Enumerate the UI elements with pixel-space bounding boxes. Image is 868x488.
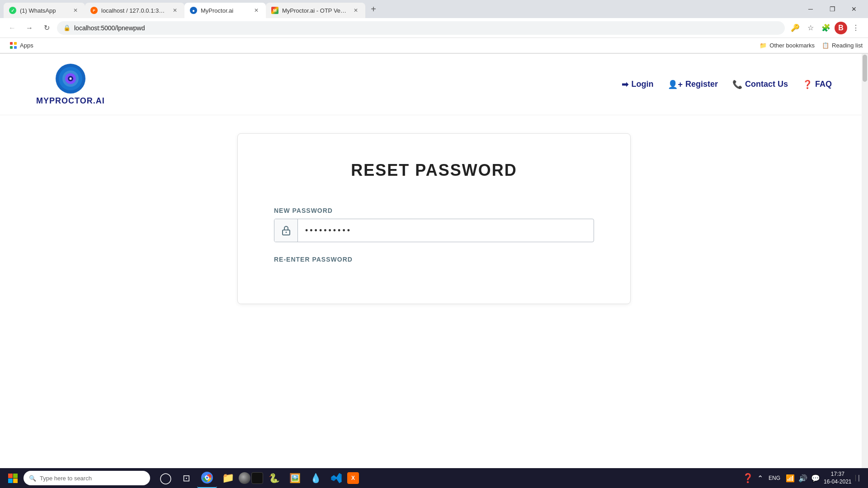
bookmarks-right: 📁 Other bookmarks 📋 Reading list [760, 42, 863, 49]
profile-avatar[interactable]: B [835, 22, 847, 34]
reading-list-label: Reading list [832, 42, 863, 49]
main-content: RESET PASSWORD NEW PASSWORD RE-ENTER PAS… [0, 115, 868, 322]
svg-point-15 [206, 477, 208, 479]
tab-myproctor-close[interactable]: ✕ [252, 6, 260, 14]
taskbar: 🔍 Type here to search ◯ ⊡ 📁 🐍 [0, 468, 868, 488]
extensions-icon[interactable]: 🧩 [819, 21, 833, 35]
nav-bar: ← → ↻ 🔒 localhost:5000/lpnewpwd 🔑 ☆ 🧩 B … [0, 18, 868, 38]
apps-bookmark[interactable]: Apps [5, 40, 38, 51]
clock-time: 17:37 [824, 470, 851, 478]
taskbar-cortana[interactable]: ◯ [156, 468, 175, 488]
contact-us-link[interactable]: 📞 Contact Us [732, 80, 788, 89]
taskbar-apps: ◯ ⊡ 📁 🐍 🖼️ 💧 [152, 468, 737, 488]
taskbar-ball[interactable] [239, 472, 250, 484]
site-header: MYPROCTOR.AI ➡ Login 👤+ Register 📞 Conta… [0, 54, 868, 115]
address-text: localhost:5000/lpnewpwd [74, 24, 778, 32]
show-desktop-button[interactable]: │ [855, 475, 861, 481]
menu-icon[interactable]: ⋮ [849, 21, 863, 35]
taskbar-xampp[interactable]: X [347, 472, 359, 484]
taskbar-fileexplorer[interactable]: 📁 [218, 468, 238, 488]
login-label: Login [631, 80, 653, 89]
myproctor-favicon: ● [190, 7, 197, 14]
tab-whatsapp-title: (1) WhatsApp [20, 7, 68, 14]
pma-favicon: P [90, 7, 98, 14]
tab-gmail[interactable]: M MyProctor.ai - OTP Verificati... ✕ [266, 3, 365, 18]
clock-date: 16-04-2021 [824, 478, 851, 486]
tab-pma[interactable]: P localhost / 127.0.0.1:3308 / c ✕ [85, 3, 184, 18]
taskbar-search[interactable]: 🔍 Type here to search [24, 471, 150, 485]
browser-chrome: ✓ (1) WhatsApp ✕ P localhost / 127.0.0.1… [0, 0, 868, 54]
minimize-button[interactable]: ─ [800, 2, 821, 16]
logo-icon [55, 63, 86, 94]
back-button[interactable]: ← [5, 21, 19, 35]
new-tab-button[interactable]: + [367, 3, 380, 15]
svg-point-5 [69, 78, 71, 80]
other-bookmarks[interactable]: 📁 Other bookmarks [760, 42, 815, 49]
window-controls: ─ ❐ ✕ [800, 2, 864, 16]
tray-notification-icon[interactable]: 💬 [811, 474, 820, 483]
svg-rect-11 [13, 479, 18, 483]
tab-whatsapp[interactable]: ✓ (1) WhatsApp ✕ [4, 3, 85, 18]
key-icon[interactable]: 🔑 [788, 21, 802, 35]
taskbar-terminal[interactable] [251, 472, 263, 484]
logo-text: MYPROCTOR.AI [36, 96, 105, 106]
faq-link[interactable]: ❓ FAQ [802, 80, 832, 89]
search-icon: 🔍 [29, 475, 36, 482]
taskbar-tray: ❓ ⌃ ENG 📶 🔊 💬 17:37 16-04-2021 │ [739, 470, 864, 486]
svg-rect-10 [8, 479, 13, 483]
tab-myproctor[interactable]: ● MyProctor.ai ✕ [184, 3, 266, 18]
reset-card: RESET PASSWORD NEW PASSWORD RE-ENTER PAS… [237, 133, 631, 304]
tab-whatsapp-close[interactable]: ✕ [71, 6, 80, 14]
tray-volume-icon[interactable]: 🔊 [798, 474, 807, 483]
new-password-input[interactable] [298, 219, 594, 242]
taskbar-python[interactable]: 🐍 [264, 468, 284, 488]
whatsapp-favicon: ✓ [9, 7, 16, 14]
register-label: Register [685, 80, 718, 89]
taskbar-chrome[interactable] [197, 468, 217, 488]
tray-help-icon[interactable]: ❓ [742, 473, 754, 483]
taskbar-blue1[interactable]: 💧 [306, 468, 326, 488]
tab-myproctor-title: MyProctor.ai [201, 7, 249, 14]
login-icon: ➡ [622, 80, 628, 89]
taskbar-imageviewer[interactable]: 🖼️ [285, 468, 305, 488]
tab-gmail-close[interactable]: ✕ [352, 6, 360, 14]
tab-pma-title: localhost / 127.0.0.1:3308 / c [101, 7, 167, 14]
tab-gmail-title: MyProctor.ai - OTP Verificati... [282, 7, 348, 14]
scrollbar[interactable] [862, 54, 868, 470]
address-bar[interactable]: 🔒 localhost:5000/lpnewpwd [57, 21, 785, 35]
reading-list[interactable]: 📋 Reading list [822, 42, 863, 49]
maximize-button[interactable]: ❐ [822, 2, 843, 16]
taskbar-vscode[interactable] [326, 468, 346, 488]
title-bar: ✓ (1) WhatsApp ✕ P localhost / 127.0.0.1… [0, 0, 868, 18]
page-content: MYPROCTOR.AI ➡ Login 👤+ Register 📞 Conta… [0, 54, 868, 470]
search-placeholder: Type here to search [40, 475, 92, 482]
register-icon: 👤+ [668, 80, 683, 89]
contact-us-label: Contact Us [745, 80, 788, 89]
re-enter-password-label: RE-ENTER PASSWORD [274, 256, 594, 263]
close-button[interactable]: ✕ [844, 2, 864, 16]
apps-grid-icon [10, 42, 17, 49]
tray-lang[interactable]: ENG [767, 474, 782, 482]
start-button[interactable] [4, 469, 22, 487]
logo-area: MYPROCTOR.AI [36, 63, 105, 106]
taskbar-taskview[interactable]: ⊡ [176, 468, 196, 488]
tray-chevron-icon[interactable]: ⌃ [757, 474, 763, 483]
nav-links: ➡ Login 👤+ Register 📞 Contact Us ❓ FAQ [622, 80, 832, 89]
bookmarks-bar: Apps 📁 Other bookmarks 📋 Reading list [0, 38, 868, 53]
svg-rect-9 [13, 474, 18, 478]
contact-icon: 📞 [732, 80, 742, 89]
bookmark-star-icon[interactable]: ☆ [804, 21, 817, 35]
reload-button[interactable]: ↻ [40, 21, 53, 35]
tray-clock[interactable]: 17:37 16-04-2021 [824, 470, 851, 486]
login-link[interactable]: ➡ Login [622, 80, 653, 89]
other-bookmarks-label: Other bookmarks [769, 42, 815, 49]
tab-pma-close[interactable]: ✕ [171, 6, 179, 14]
new-password-label: NEW PASSWORD [274, 207, 594, 214]
forward-button[interactable]: → [23, 21, 36, 35]
scrollbar-thumb[interactable] [863, 55, 867, 82]
reading-list-icon: 📋 [822, 42, 829, 49]
tray-network-icon[interactable]: 📶 [786, 474, 795, 483]
folder-icon: 📁 [760, 42, 767, 49]
faq-icon: ❓ [802, 80, 812, 89]
register-link[interactable]: 👤+ Register [668, 80, 718, 89]
